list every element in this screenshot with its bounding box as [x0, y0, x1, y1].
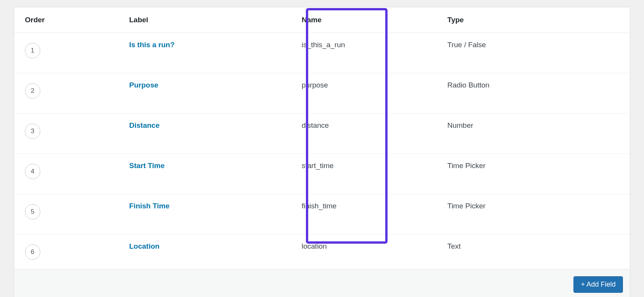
table-row[interactable]: 2PurposepurposeRadio Button [14, 73, 630, 114]
order-badge[interactable]: 2 [25, 83, 40, 99]
add-field-button[interactable]: + Add Field [573, 276, 623, 293]
panel-footer: + Add Field [14, 269, 630, 297]
order-badge[interactable]: 1 [25, 43, 40, 58]
order-badge[interactable]: 4 [25, 164, 40, 179]
header-order: Order [14, 7, 129, 33]
field-name: start_time [302, 154, 447, 194]
field-name: is_this_a_run [302, 33, 447, 73]
fields-panel: Order Label Name Type 1Is this a run?is_… [14, 7, 630, 297]
field-label-link[interactable]: Is this a run? [129, 41, 174, 49]
field-type: Time Picker [447, 194, 630, 234]
field-label-link[interactable]: Finish Time [129, 202, 169, 210]
field-type: Time Picker [447, 154, 630, 194]
fields-table: Order Label Name Type 1Is this a run?is_… [14, 7, 630, 269]
order-badge[interactable]: 6 [25, 244, 40, 260]
field-type: True / False [447, 33, 630, 73]
field-name: location [302, 234, 447, 269]
field-type: Number [447, 114, 630, 154]
table-row[interactable]: 6LocationlocationText [14, 234, 630, 269]
field-label-link[interactable]: Location [129, 242, 159, 250]
field-name: distance [302, 114, 447, 154]
table-header: Order Label Name Type [14, 7, 630, 33]
table-row[interactable]: 5Finish Timefinish_timeTime Picker [14, 194, 630, 234]
order-badge[interactable]: 3 [25, 124, 40, 139]
field-name: finish_time [302, 194, 447, 234]
table-row[interactable]: 1Is this a run?is_this_a_runTrue / False [14, 33, 630, 73]
field-type: Radio Button [447, 73, 630, 114]
header-label: Label [129, 7, 302, 33]
field-label-link[interactable]: Start Time [129, 162, 165, 170]
order-badge[interactable]: 5 [25, 204, 40, 219]
header-name: Name [302, 7, 447, 33]
field-label-link[interactable]: Purpose [129, 81, 158, 89]
field-name: purpose [302, 73, 447, 114]
table-row[interactable]: 3DistancedistanceNumber [14, 114, 630, 154]
field-label-link[interactable]: Distance [129, 121, 159, 129]
field-type: Text [447, 234, 630, 269]
table-row[interactable]: 4Start Timestart_timeTime Picker [14, 154, 630, 194]
header-type: Type [447, 7, 630, 33]
